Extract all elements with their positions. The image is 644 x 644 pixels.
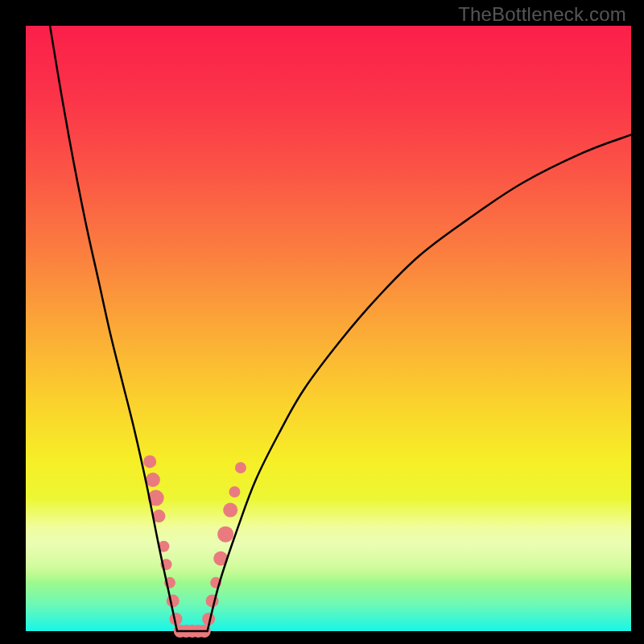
marker-dot — [143, 455, 156, 468]
marker-dot — [229, 486, 240, 497]
watermark-text: TheBottleneck.com — [458, 3, 626, 26]
marker-dot — [217, 526, 233, 543]
haze-band — [26, 498, 631, 583]
marker-dot — [223, 503, 237, 518]
chart-stage: TheBottleneck.com — [0, 0, 644, 644]
marker-dot — [146, 473, 160, 487]
marker-dot — [167, 594, 180, 607]
chart-svg — [0, 0, 644, 644]
marker-dot — [235, 462, 246, 473]
